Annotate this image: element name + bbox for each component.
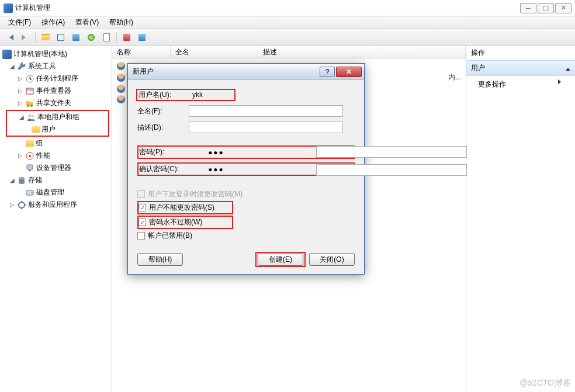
svg-rect-8 (27, 165, 33, 169)
wrench-icon (17, 62, 26, 71)
menu-action[interactable]: 操作(A) (37, 16, 70, 29)
svg-point-12 (32, 192, 33, 193)
tree-performance[interactable]: ▷ 性能 (1, 150, 110, 162)
dialog-body: 用户名(U): ykk 全名(F): 描述(D): 密码(P): ●●● 确认密… (128, 80, 364, 248)
maximize-button[interactable]: ▢ (538, 3, 554, 13)
tree-pane: 计算机管理(本地) ◢ 系统工具 ▷ 任务计划程序 ▷ 事件查看器 ▷ 共享文件… (0, 46, 112, 392)
tree-disk-management[interactable]: 磁盘管理 (1, 186, 110, 199)
tree-groups[interactable]: 组 (1, 137, 110, 150)
tree-device-manager-label: 设备管理器 (36, 163, 71, 173)
dialog-buttons: 帮助(H) 创建(E) 关闭(O) (128, 248, 364, 274)
collapse-icon: ◢ (19, 114, 25, 120)
tree-users[interactable]: 用户 (7, 123, 108, 136)
tree-services[interactable]: ▷ 服务和应用程序 (1, 199, 110, 211)
tree-task-scheduler[interactable]: ▷ 任务计划程序 (1, 72, 110, 85)
col-fullname[interactable]: 全名 (171, 46, 258, 58)
menu-view[interactable]: 查看(V) (71, 16, 103, 29)
fullname-label: 全名(F): (137, 106, 189, 116)
description-input[interactable] (189, 122, 343, 133)
expand-icon: ▷ (18, 100, 23, 106)
svg-point-10 (19, 177, 25, 179)
password-input-field[interactable] (316, 146, 467, 158)
folder-up-button[interactable] (39, 31, 52, 44)
tree-shared-folders[interactable]: ▷ 共享文件夹 (1, 97, 110, 109)
export-icon (103, 33, 110, 41)
expand-icon: ▷ (9, 202, 15, 208)
tree-root[interactable]: 计算机管理(本地) (1, 48, 110, 60)
view-list-button[interactable] (70, 31, 82, 44)
tree-services-label: 服务和应用程序 (28, 200, 77, 210)
svg-rect-1 (26, 88, 33, 94)
svg-point-3 (30, 105, 33, 107)
action-more-label: 更多操作 (478, 79, 506, 89)
window-title: 计算机管理 (15, 3, 520, 13)
password-label: 密码(P): (139, 147, 190, 157)
tree-device-manager[interactable]: 设备管理器 (1, 162, 110, 174)
tree-storage[interactable]: ◢ 存储 (1, 174, 110, 186)
confirm-password-input-field[interactable] (316, 164, 467, 176)
dialog-titlebar[interactable]: 新用户 ? ✕ (128, 64, 364, 80)
username-label: 用户名(U): (138, 90, 190, 100)
tree-local-users-groups[interactable]: ◢ 本地用户和组 (7, 111, 108, 123)
minimize-button[interactable]: ─ (520, 3, 536, 13)
password-masked: ●●● (190, 148, 242, 157)
tree-event-viewer[interactable]: ▷ 事件查看器 (1, 85, 110, 97)
close-button[interactable]: 关闭(O) (309, 253, 355, 266)
stop-button[interactable] (120, 31, 133, 44)
user-icon (117, 74, 125, 82)
refresh-button[interactable] (85, 31, 98, 44)
shared-folder-icon (25, 99, 34, 108)
menu-file[interactable]: 文件(F) (4, 16, 36, 29)
export-button[interactable] (100, 31, 113, 44)
refresh-icon (88, 34, 95, 41)
dialog-help-button[interactable]: ? (320, 67, 335, 77)
action-more[interactable]: 更多操作 (466, 76, 575, 93)
chk-cannot-change-row[interactable]: 用户不能更改密码(S) (137, 201, 233, 214)
nav-back-button[interactable] (4, 31, 16, 44)
list-icon (72, 34, 79, 41)
svg-point-7 (29, 155, 31, 157)
performance-icon (25, 151, 34, 161)
svg-point-4 (29, 114, 32, 117)
create-button[interactable]: 创建(E) (258, 253, 303, 266)
services-icon (17, 200, 26, 210)
properties-button[interactable] (54, 31, 67, 44)
new-user-dialog: 新用户 ? ✕ 用户名(U): ykk 全名(F): 描述(D): 密码(P):… (127, 63, 365, 275)
submenu-arrow-icon (558, 79, 563, 84)
tree-groups-label: 组 (36, 138, 43, 148)
device-manager-icon (25, 164, 34, 173)
titlebar: 计算机管理 ─ ▢ ✕ (0, 0, 575, 16)
collapse-arrow-icon (566, 65, 570, 71)
checkbox-checked-icon (138, 204, 146, 211)
checkbox-icon (137, 190, 145, 198)
dialog-title: 新用户 (130, 67, 320, 77)
folder-icon (26, 140, 34, 147)
col-description[interactable]: 描述 (258, 46, 466, 58)
toolbar (0, 29, 575, 46)
user-icon (117, 62, 125, 70)
dialog-close-button[interactable]: ✕ (336, 67, 362, 77)
fullname-input[interactable] (189, 105, 343, 117)
menu-help[interactable]: 帮助(H) (105, 16, 138, 29)
tree-event-viewer-label: 事件查看器 (36, 86, 71, 96)
col-name[interactable]: 名称 (112, 46, 171, 58)
help-button[interactable]: 帮助(H) (137, 253, 183, 266)
event-viewer-icon (25, 86, 34, 96)
user-icon (117, 95, 125, 103)
close-button[interactable]: ✕ (555, 3, 571, 13)
chk-never-expires-row[interactable]: 密码永不过期(W) (137, 216, 233, 229)
chk-cannot-change-label: 用户不能更改密码(S) (149, 203, 214, 213)
chk-must-change-row[interactable]: 用户下次登录时须更改密码(M) (137, 189, 355, 200)
nav-forward-button[interactable] (19, 31, 32, 44)
checkbox-icon (137, 232, 145, 240)
list-item-desc: 内... (448, 72, 461, 82)
chk-disabled-row[interactable]: 帐户已禁用(B) (137, 230, 355, 241)
menubar: 文件(F) 操作(A) 查看(V) 帮助(H) (0, 16, 575, 29)
action-button[interactable] (136, 31, 148, 44)
action-section-users[interactable]: 用户 (466, 60, 575, 76)
tree-performance-label: 性能 (36, 151, 50, 161)
chk-must-change-label: 用户下次登录时须更改密码(M) (148, 189, 243, 199)
expand-icon: ▷ (18, 75, 23, 82)
tree-system-tools[interactable]: ◢ 系统工具 (1, 60, 110, 72)
expand-icon: ▷ (18, 88, 23, 94)
